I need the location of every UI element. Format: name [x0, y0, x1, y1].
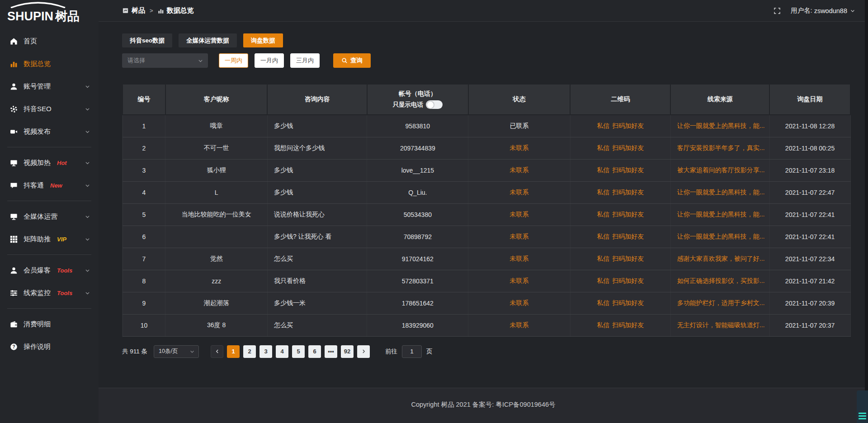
qr-link-1[interactable]: 私信 — [597, 166, 609, 174]
breadcrumb-home[interactable]: 树品 — [122, 6, 145, 15]
source-link[interactable]: 无主灯设计，智能磁吸轨道灯... — [677, 321, 765, 329]
page-button-6[interactable]: 6 — [308, 345, 321, 358]
sidebar-item-matrix-boost[interactable]: 矩阵助推VIP — [0, 228, 99, 250]
logo[interactable]: SHUPIN 树品 — [0, 0, 99, 25]
range-button-3[interactable]: 三月内 — [290, 53, 320, 68]
user-menu[interactable]: 用户名: zswodun88 — [791, 6, 855, 15]
status-badge: 未联系 — [509, 211, 528, 218]
total-count: 共 911 条 — [122, 348, 147, 356]
page-ellipsis-button[interactable]: ••• — [325, 345, 337, 358]
status-badge: 未联系 — [509, 144, 528, 151]
qr-link-2[interactable]: 扫码加好友 — [612, 321, 644, 329]
qr-link-2[interactable]: 扫码加好友 — [612, 166, 644, 174]
qr-link-2[interactable]: 扫码加好友 — [612, 144, 644, 152]
cell-source: 如何正确选择投影仪，买投影... — [670, 270, 769, 292]
source-link[interactable]: 被大家追着问的客厅投影分享... — [677, 166, 765, 174]
app-root: SHUPIN 树品 首页数据总览账号管理抖音SEO视频发布视频加热Hot抖客通N… — [0, 0, 868, 423]
qr-link-group: 私信扫码加好友 — [597, 321, 644, 329]
tab-3[interactable]: 询盘数据 — [243, 33, 283, 47]
page-button-5[interactable]: 5 — [292, 345, 305, 358]
page-button-1[interactable]: 1 — [227, 345, 240, 358]
qr-link-group: 私信扫码加好友 — [597, 299, 644, 307]
tab-2[interactable]: 全媒体运营数据 — [179, 33, 237, 47]
cell-source: 让你一眼就爱上的黑科技，能... — [670, 115, 769, 137]
cell-nickname: 觉然 — [165, 248, 267, 270]
sidebar-item-video-heat[interactable]: 视频加热Hot — [0, 151, 99, 174]
video-icon — [10, 128, 18, 136]
page-button-4[interactable]: 4 — [276, 345, 288, 358]
qr-link-1[interactable]: 私信 — [597, 255, 609, 263]
qr-link-2[interactable]: 扫码加好友 — [612, 255, 644, 263]
fullscreen-icon[interactable] — [774, 7, 781, 14]
monitor-icon — [10, 213, 18, 221]
qr-link-1[interactable]: 私信 — [597, 122, 609, 130]
query-button[interactable]: 查询 — [333, 53, 371, 68]
sidebar-item-video-publish[interactable]: 视频发布 — [0, 120, 99, 143]
qr-link-1[interactable]: 私信 — [597, 277, 609, 285]
scrollbar[interactable] — [865, 0, 868, 423]
prev-page-button[interactable] — [211, 345, 223, 358]
qr-link-2[interactable]: 扫码加好友 — [612, 299, 644, 307]
sidebar-item-account-manage[interactable]: 账号管理 — [0, 75, 99, 98]
username-label: 用户名: — [791, 6, 812, 15]
sidebar-item-member-burst[interactable]: 会员爆客Tools — [0, 259, 99, 282]
qr-link-2[interactable]: 扫码加好友 — [612, 188, 644, 197]
source-link[interactable]: 让你一眼就爱上的黑科技，能... — [677, 122, 765, 129]
gear-icon — [10, 105, 18, 113]
sidebar-item-home[interactable]: 首页 — [0, 30, 99, 52]
filter-select[interactable]: 请选择 — [122, 53, 208, 68]
page-button-3[interactable]: 3 — [259, 345, 272, 358]
source-link[interactable]: 让你一眼就爱上的黑科技，能... — [677, 211, 765, 218]
data-tabs: 抖音seo数据全媒体运营数据询盘数据 — [122, 33, 851, 47]
qr-link-2[interactable]: 扫码加好友 — [612, 277, 644, 285]
phone-only-toggle[interactable] — [426, 100, 443, 109]
source-link[interactable]: 客厅安装投影半年多了，真实... — [677, 144, 765, 151]
floating-widget[interactable] — [857, 390, 868, 423]
range-button-1[interactable]: 一周内 — [219, 53, 248, 68]
sidebar-badge: Hot — [57, 160, 67, 166]
qr-link-2[interactable]: 扫码加好友 — [612, 211, 644, 219]
cell-qr: 私信扫码加好友 — [570, 115, 670, 137]
goto-page: 前往 1 页 — [385, 345, 433, 358]
tab-1[interactable]: 抖音seo数据 — [122, 33, 172, 47]
qr-link-2[interactable]: 扫码加好友 — [612, 122, 644, 130]
source-link[interactable]: 如何正确选择投影仪，买投影... — [677, 277, 765, 284]
qr-link-1[interactable]: 私信 — [597, 211, 609, 219]
goto-page-input[interactable]: 1 — [402, 345, 422, 358]
sidebar-item-clue-monitor[interactable]: 线索监控Tools — [0, 282, 99, 304]
home-icon — [10, 38, 18, 45]
cell-source: 客厅安装投影半年多了，真实... — [670, 137, 769, 159]
table-row: 7觉然怎么买917024162未联系私信扫码加好友感谢大家喜欢我家，被问了好..… — [123, 248, 850, 270]
qr-link-1[interactable]: 私信 — [597, 144, 609, 152]
sidebar-item-data-overview[interactable]: 数据总览 — [0, 52, 99, 75]
table-row: 1036度 8怎么买183929060未联系私信扫码加好友无主灯设计，智能磁吸轨… — [123, 314, 850, 336]
page-button-92[interactable]: 92 — [341, 345, 354, 358]
sidebar: SHUPIN 树品 首页数据总览账号管理抖音SEO视频发布视频加热Hot抖客通N… — [0, 0, 99, 423]
qr-link-1[interactable]: 私信 — [597, 188, 609, 197]
page-button-2[interactable]: 2 — [243, 345, 256, 358]
chevron-down-icon — [85, 84, 90, 89]
range-button-2[interactable]: 一月内 — [255, 53, 284, 68]
source-link[interactable]: 让你一眼就爱上的黑科技，能... — [677, 233, 765, 240]
breadcrumb-current[interactable]: 数据总览 — [158, 6, 194, 15]
table-row: 1哦章多少钱9583810已联系私信扫码加好友让你一眼就爱上的黑科技，能...2… — [123, 115, 850, 137]
cell-status: 未联系 — [468, 226, 570, 248]
cell-source: 让你一眼就爱上的黑科技，能... — [670, 226, 769, 248]
source-link[interactable]: 多功能护栏灯，适用于乡村文... — [677, 299, 765, 306]
cell-id: 5 — [123, 203, 165, 226]
qr-link-1[interactable]: 私信 — [597, 233, 609, 241]
sidebar-item-operation-guide[interactable]: ?操作说明 — [0, 335, 99, 358]
sidebar-item-media-operation[interactable]: 全媒体运营 — [0, 205, 99, 228]
qr-link-2[interactable]: 扫码加好友 — [612, 233, 644, 241]
source-link[interactable]: 感谢大家喜欢我家，被问了好... — [677, 255, 765, 262]
page-size-select[interactable]: 10条/页 — [154, 345, 199, 358]
sidebar-item-douyin-seo[interactable]: 抖音SEO — [0, 98, 99, 120]
source-link[interactable]: 让你一眼就爱上的黑科技，能... — [677, 188, 765, 196]
sidebar-item-consume-detail[interactable]: 消费明细 — [0, 313, 99, 335]
qr-link-1[interactable]: 私信 — [597, 321, 609, 329]
board-icon — [122, 7, 129, 14]
sidebar-item-douketong[interactable]: 抖客通New — [0, 174, 99, 197]
qr-link-1[interactable]: 私信 — [597, 299, 609, 307]
next-page-button[interactable] — [357, 345, 370, 358]
bar-chart-icon — [158, 8, 164, 14]
